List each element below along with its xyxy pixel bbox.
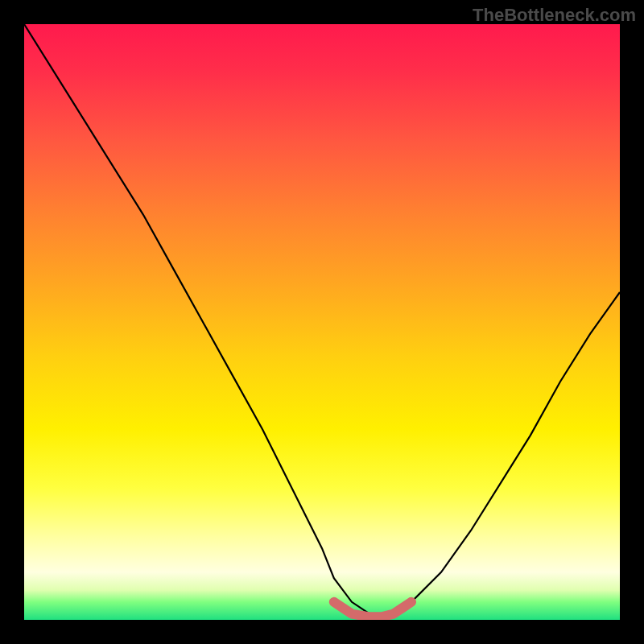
attribution-text: TheBottleneck.com: [473, 5, 636, 26]
bottleneck-chart: [24, 24, 620, 620]
bottleneck-curve-path: [24, 24, 620, 620]
optimal-range-marker-path: [334, 602, 411, 617]
